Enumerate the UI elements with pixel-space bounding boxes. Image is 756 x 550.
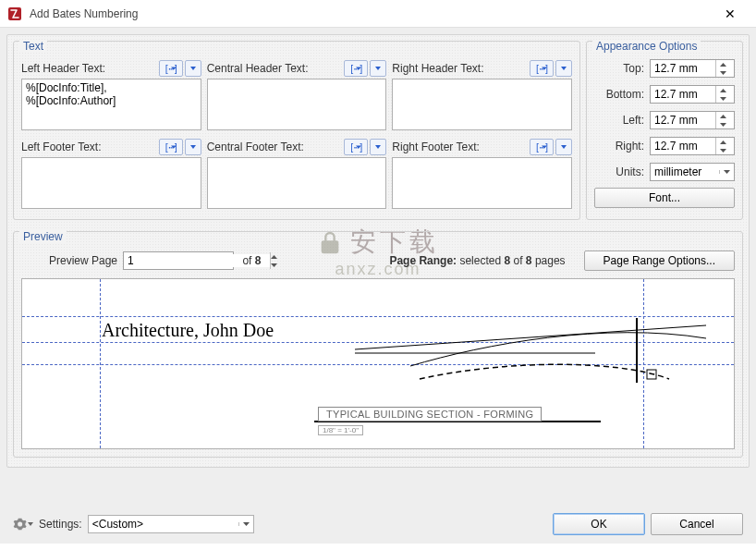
spin-down[interactable] [715,146,730,154]
central-header-label: Central Header Text: [207,62,309,75]
preview-canvas: Architecture, John Doe TYPICAL BUILDING … [21,278,735,449]
top-margin-field[interactable] [651,62,715,75]
settings-label: Settings: [39,518,82,531]
svg-marker-14 [720,149,726,153]
right-footer-label: Right Footer Text: [392,141,480,153]
svg-marker-23 [28,522,33,526]
right-header-dropdown-button[interactable] [555,60,572,77]
left-footer-macro-button[interactable]: [⋯] [159,139,183,155]
left-header-input[interactable]: %[DocInfo:Title], %[DocInfo:Author] [21,79,201,130]
svg-marker-9 [720,89,726,92]
chevron-down-icon [238,522,253,526]
preview-section-scale: 1/8" = 1'-0" [318,425,363,435]
right-header-macro-button[interactable]: [⋯] [530,60,554,77]
central-header-macro-button[interactable]: [⋯] [344,60,368,77]
left-margin-field[interactable] [651,114,715,127]
svg-marker-13 [720,141,726,144]
right-margin-label: Right: [594,140,650,153]
text-section: Text Left Header Text: [⋯] %[DocInfo:Tit… [13,41,580,220]
spin-down[interactable] [715,94,730,103]
dialog-body: 安下载 anxz.com Text Left Header Text: [⋯] … [0,28,756,504]
left-margin-label: Left: [594,114,650,127]
svg-marker-5 [375,145,381,149]
ok-button[interactable]: OK [553,513,645,535]
macro-icon: [⋯] [534,64,548,74]
of-label: of 8 [239,254,261,267]
page-range-text: Page Range: selected 8 of 8 pages [389,254,565,267]
text-legend: Text [19,40,47,53]
central-footer-label: Central Footer Text: [207,141,304,153]
left-footer-input[interactable] [21,157,201,209]
bottom-margin-input[interactable] [650,85,735,104]
spin-down[interactable] [715,68,730,77]
spin-up[interactable] [270,252,277,261]
central-header-dropdown-button[interactable] [370,60,386,77]
preview-drawing [22,279,734,448]
svg-marker-15 [724,170,730,174]
right-footer-input[interactable] [392,157,572,209]
right-footer-macro-button[interactable]: [⋯] [530,139,554,155]
top-margin-input[interactable] [650,59,735,78]
left-header-dropdown-button[interactable] [185,60,201,77]
spin-up[interactable] [715,138,730,146]
svg-marker-6 [561,145,567,149]
units-value: millimeter [651,165,719,178]
left-footer-label: Left Footer Text: [21,141,102,153]
svg-marker-11 [720,115,726,118]
central-footer-input[interactable] [207,157,387,209]
macro-icon: [⋯] [534,142,548,153]
appearance-section: Appearance Options Top: Bottom: Left: [586,41,743,220]
right-header-input[interactable] [392,79,572,130]
settings-gear-button[interactable] [13,516,33,532]
svg-marker-12 [720,123,726,127]
font-button[interactable]: Font... [594,188,735,208]
right-footer-dropdown-button[interactable] [555,139,572,155]
preview-page-input[interactable] [123,251,234,270]
macro-icon: [⋯] [164,142,177,153]
macro-icon: [⋯] [164,64,177,74]
svg-marker-8 [720,71,726,75]
left-header-macro-button[interactable]: [⋯] [159,60,183,77]
spin-up[interactable] [715,60,730,68]
page-range-options-button[interactable]: Page Range Options... [584,251,735,271]
svg-marker-4 [190,145,196,149]
spin-down[interactable] [270,261,277,269]
macro-icon: [⋯] [349,64,363,74]
central-header-input[interactable] [207,79,387,130]
preview-legend: Preview [19,230,67,243]
left-margin-input[interactable] [650,111,735,129]
left-footer-dropdown-button[interactable] [185,139,201,155]
central-footer-dropdown-button[interactable] [370,139,386,155]
svg-marker-24 [243,522,250,526]
right-header-label: Right Header Text: [392,62,483,75]
right-margin-input[interactable] [650,137,735,155]
right-margin-field[interactable] [651,140,715,153]
top-margin-label: Top: [594,62,650,75]
spin-up[interactable] [715,86,730,94]
svg-marker-3 [561,67,567,70]
svg-marker-1 [190,67,196,70]
left-header-label: Left Header Text: [21,62,105,75]
spin-down[interactable] [715,120,730,128]
svg-marker-2 [375,67,381,70]
units-select[interactable]: millimeter [650,163,735,181]
svg-line-18 [355,325,706,349]
preview-section: Preview Preview Page of 8 Page Range: se… [13,231,743,458]
window-close-button[interactable]: ✕ [712,0,749,28]
app-icon [7,6,22,21]
bottom-margin-field[interactable] [651,88,715,101]
window-title: Add Bates Numbering [30,7,712,20]
chevron-down-icon [719,170,734,174]
spin-up[interactable] [715,112,730,120]
cancel-button[interactable]: Cancel [651,513,743,535]
macro-icon: [⋯] [349,142,363,153]
settings-combo[interactable]: <Custom> [88,515,254,533]
svg-marker-10 [720,97,726,101]
bottom-margin-label: Bottom: [594,88,650,101]
bottom-bar: Settings: <Custom> OK Cancel [0,504,756,544]
gear-icon [13,517,27,532]
central-footer-macro-button[interactable]: [⋯] [344,139,368,155]
svg-marker-16 [271,255,277,259]
close-icon: ✕ [725,7,736,20]
svg-marker-17 [271,263,277,267]
